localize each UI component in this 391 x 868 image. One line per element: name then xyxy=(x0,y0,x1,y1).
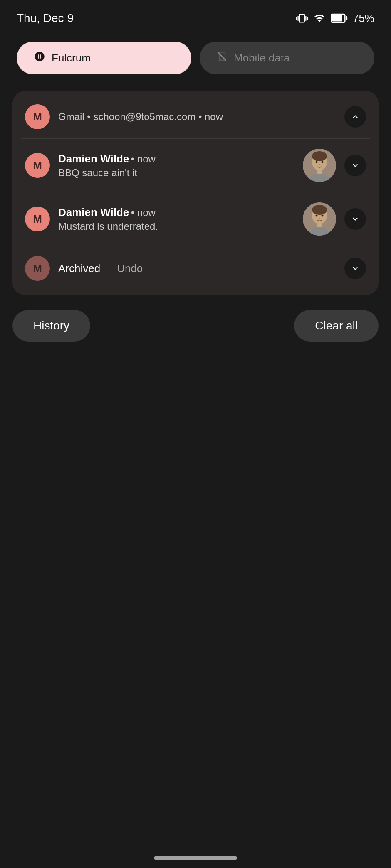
gmail-icon: M xyxy=(25,104,50,129)
battery-percentage: 75% xyxy=(353,12,374,25)
svg-rect-11 xyxy=(317,170,322,174)
mobile-data-label: Mobile data xyxy=(234,52,290,64)
notification-item-1: M Damien Wilde • now BBQ sauce ain't it xyxy=(12,139,379,192)
status-bar: Thu, Dec 9 75% xyxy=(0,0,391,33)
gmail-account: schoon@9to5mac.com xyxy=(93,111,196,122)
notif-item-1-body: BBQ sauce ain't it xyxy=(58,167,294,179)
archived-chevron[interactable] xyxy=(344,258,366,279)
gmail-app-name: Gmail xyxy=(58,111,84,122)
battery-icon xyxy=(331,12,348,24)
notif-item-1-time-val: now xyxy=(137,153,156,165)
notif-item-2-time-sep: • xyxy=(131,207,137,218)
status-icons: 75% xyxy=(296,12,374,25)
clear-all-button[interactable]: Clear all xyxy=(294,310,379,342)
gmail-icon-item1: M xyxy=(25,153,50,178)
notif-item-2-header: Damien Wilde • now xyxy=(58,206,294,219)
svg-point-17 xyxy=(319,218,320,219)
gmail-time: now xyxy=(205,111,223,122)
archived-label: Archived xyxy=(58,262,100,275)
gmail-time-separator: • xyxy=(198,111,205,122)
svg-point-14 xyxy=(312,205,327,215)
wifi-icon xyxy=(313,12,326,24)
wifi-toggle-label: Fulcrum xyxy=(52,52,91,64)
svg-point-8 xyxy=(322,161,324,163)
notif-item-1-header: Damien Wilde • now xyxy=(58,152,294,165)
status-time: Thu, Dec 9 xyxy=(17,12,74,25)
notification-item-2: M Damien Wilde • now Mustard is underrat… xyxy=(12,192,379,246)
home-indicator xyxy=(154,856,237,860)
gmail-header-text: Gmail • schoon@9to5mac.com • now xyxy=(58,111,223,123)
history-button[interactable]: History xyxy=(12,310,90,342)
notif-item-2-chevron[interactable] xyxy=(344,208,366,230)
archived-row: M Archived Undo xyxy=(12,246,379,291)
wifi-toggle[interactable]: Fulcrum xyxy=(17,42,191,74)
gmail-notification-header: M Gmail • schoon@9to5mac.com • now xyxy=(12,95,379,138)
bottom-buttons: History Clear all xyxy=(0,295,391,358)
mobile-data-icon xyxy=(216,51,228,65)
svg-rect-19 xyxy=(317,223,322,227)
gmail-header-chevron-up[interactable] xyxy=(344,106,366,128)
notif-item-1-chevron[interactable] xyxy=(344,155,366,176)
notif-item-2-sender: Damien Wilde xyxy=(58,206,129,219)
vibrate-icon xyxy=(296,12,308,24)
svg-rect-1 xyxy=(346,16,347,20)
svg-point-6 xyxy=(312,151,327,161)
svg-point-7 xyxy=(316,161,318,163)
svg-rect-2 xyxy=(332,15,342,22)
gmail-icon-item2: M xyxy=(25,207,50,231)
gmail-icon-archived: M xyxy=(25,256,50,281)
svg-point-15 xyxy=(316,215,318,217)
notif-item-1-avatar xyxy=(303,149,336,182)
notif-item-1-time: • xyxy=(131,153,137,165)
quick-toggles: Fulcrum Mobile data xyxy=(0,33,391,91)
notif-item-2-time-val: now xyxy=(137,207,156,218)
notif-item-2-content: Damien Wilde • now Mustard is underrated… xyxy=(58,206,294,232)
wifi-toggle-icon xyxy=(33,51,46,65)
notif-item-2-body: Mustard is underrated. xyxy=(58,221,294,232)
mobile-data-toggle[interactable]: Mobile data xyxy=(200,42,374,74)
gmail-separator: • xyxy=(87,111,93,122)
notification-panel: M Gmail • schoon@9to5mac.com • now M Dam… xyxy=(12,91,379,295)
notif-item-1-sender: Damien Wilde xyxy=(58,152,129,165)
notif-item-2-avatar xyxy=(303,202,336,236)
notif-item-1-content: Damien Wilde • now BBQ sauce ain't it xyxy=(58,152,294,179)
undo-button[interactable]: Undo xyxy=(117,262,143,275)
svg-point-16 xyxy=(322,215,324,217)
gmail-header-left: M Gmail • schoon@9to5mac.com • now xyxy=(25,104,223,129)
svg-point-9 xyxy=(319,164,320,165)
